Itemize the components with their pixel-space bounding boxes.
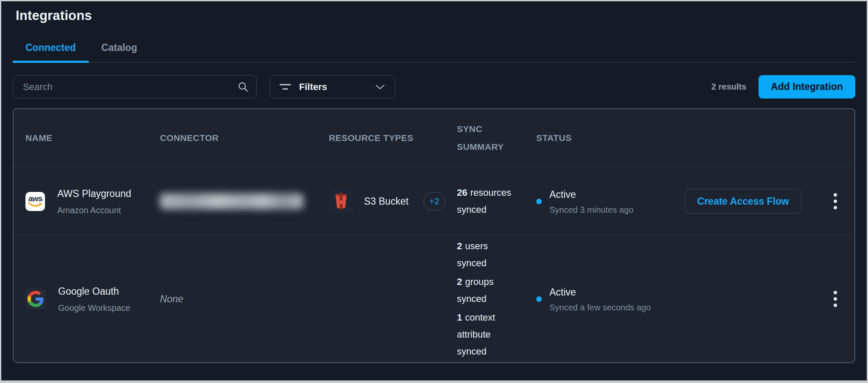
resource-types-cell: S3 Bucket +2 bbox=[329, 189, 457, 214]
status-dot bbox=[536, 199, 542, 204]
search-input[interactable] bbox=[22, 81, 237, 93]
integration-name: Google Oauth bbox=[58, 285, 130, 298]
tab-connected[interactable]: Connected bbox=[13, 42, 89, 62]
column-header-sync-summary: SYNC SUMMARY bbox=[457, 120, 536, 156]
s3-bucket-icon bbox=[329, 189, 353, 214]
filter-icon bbox=[280, 84, 291, 90]
table-row: aws AWS Playground Amazon Account bbox=[14, 167, 854, 236]
add-integration-button[interactable]: Add Integration bbox=[759, 75, 855, 99]
google-logo-icon bbox=[25, 289, 46, 309]
search-box[interactable] bbox=[13, 75, 257, 99]
filters-label: Filters bbox=[299, 82, 327, 93]
sync-summary-item: 2groups synced bbox=[457, 273, 513, 307]
resource-type-label: S3 Bucket bbox=[364, 196, 409, 207]
integrations-table: NAME CONNECTOR RESOURCE TYPES SYNC SUMMA… bbox=[13, 108, 855, 363]
connector-value-redacted bbox=[160, 193, 303, 209]
page-title: Integrations bbox=[16, 1, 855, 23]
sync-summary-item: 26resources synced bbox=[457, 184, 513, 218]
action-cell: Create Access Flow bbox=[683, 189, 816, 214]
integration-name: AWS Playground bbox=[57, 187, 131, 200]
tab-catalog[interactable]: Catalog bbox=[89, 42, 150, 62]
screenshot-frame: Integrations Connected Catalog Filters bbox=[0, 0, 868, 383]
connector-cell: None bbox=[160, 293, 329, 305]
results-count: 2 results bbox=[711, 82, 746, 92]
table-row: Google Oauth Google Workspace None 2user… bbox=[14, 236, 854, 362]
filters-dropdown[interactable]: Filters bbox=[270, 75, 395, 99]
column-header-name: NAME bbox=[25, 129, 160, 147]
status-cell: Active Synced a few seconds ago bbox=[536, 286, 683, 313]
sync-summary-item: 2users synced bbox=[457, 238, 513, 272]
name-cell: Google Oauth Google Workspace bbox=[25, 285, 160, 313]
sync-summary-cell: 26resources synced bbox=[457, 183, 513, 220]
chevron-down-icon bbox=[375, 84, 385, 90]
status-label: Active bbox=[549, 188, 633, 201]
status-cell: Active Synced 3 minutes ago bbox=[536, 188, 683, 215]
aws-logo-icon: aws bbox=[25, 192, 45, 211]
column-header-status: STATUS bbox=[536, 129, 683, 147]
tab-bar: Connected Catalog bbox=[13, 42, 855, 62]
more-resources-badge[interactable]: +2 bbox=[423, 192, 445, 211]
status-detail: Synced a few seconds ago bbox=[549, 302, 651, 313]
column-header-connector: CONNECTOR bbox=[160, 129, 329, 147]
row-menu-cell bbox=[816, 287, 854, 311]
column-header-resource-types: RESOURCE TYPES bbox=[329, 129, 457, 147]
status-label: Active bbox=[549, 286, 651, 299]
table-header-row: NAME CONNECTOR RESOURCE TYPES SYNC SUMMA… bbox=[14, 109, 854, 167]
name-cell: aws AWS Playground Amazon Account bbox=[25, 187, 160, 215]
integrations-page: Integrations Connected Catalog Filters bbox=[1, 1, 867, 380]
sync-summary-cell: 2users synced 2groups synced 1context at… bbox=[457, 236, 513, 362]
kebab-menu-icon[interactable] bbox=[829, 189, 841, 214]
integration-type: Google Workspace bbox=[58, 303, 130, 313]
status-dot bbox=[536, 296, 542, 302]
row-menu-cell bbox=[816, 189, 854, 214]
toolbar: Filters 2 results Add Integration bbox=[13, 75, 855, 99]
create-access-flow-button[interactable]: Create Access Flow bbox=[685, 189, 801, 214]
integration-type: Amazon Account bbox=[57, 205, 131, 215]
kebab-menu-icon[interactable] bbox=[829, 287, 841, 311]
connector-none-label: None bbox=[160, 293, 183, 304]
search-icon bbox=[237, 81, 249, 93]
sync-summary-item: 1context attribute synced bbox=[457, 309, 513, 360]
connector-cell bbox=[160, 193, 329, 209]
status-detail: Synced 3 minutes ago bbox=[549, 205, 633, 215]
